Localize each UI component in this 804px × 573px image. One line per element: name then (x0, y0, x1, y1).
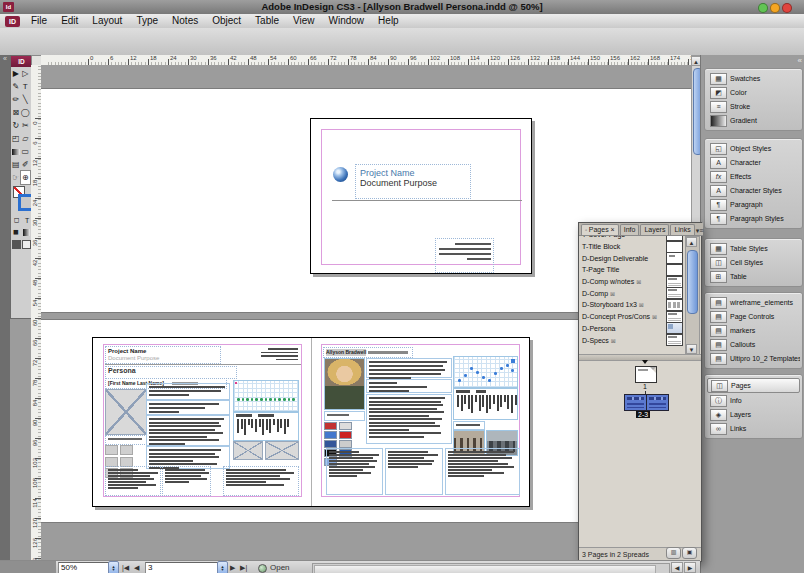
apply-gradient-icon[interactable] (23, 229, 30, 236)
line-tool[interactable]: ╲ (21, 93, 31, 106)
tab-info[interactable]: Info (620, 224, 640, 235)
master-page-row[interactable]: D-Comp w/notes⊠ (580, 276, 685, 288)
type-tool[interactable]: T (21, 80, 31, 93)
dock-item-stroke[interactable]: ≡Stroke (707, 100, 800, 113)
menu-layout[interactable]: Layout (85, 14, 129, 28)
persona-photo[interactable] (324, 358, 365, 410)
horizontal-scroll-thumb[interactable] (314, 565, 656, 573)
page-stepper[interactable]: ▲▼ (217, 561, 228, 573)
page2-dot-chart[interactable] (233, 380, 299, 412)
menu-edit[interactable]: Edit (54, 14, 85, 28)
new-page-button[interactable]: ▥ (666, 547, 681, 559)
menu-object[interactable]: Object (205, 14, 248, 28)
toolbox-header[interactable]: ID (11, 56, 32, 67)
dock-item-color[interactable]: ◩Color (707, 86, 800, 99)
panel-divider[interactable] (579, 354, 701, 361)
normal-view-mode-icon[interactable] (12, 240, 21, 249)
scroll-down-icon[interactable]: ▼ (686, 344, 697, 354)
expand-dock-icon[interactable]: « (798, 56, 802, 65)
dock-item-gradient[interactable]: Gradient (707, 114, 800, 127)
preview-mode-icon[interactable] (22, 240, 31, 249)
master-page-row[interactable]: D-Concept Pros/Cons⊠ (580, 311, 685, 323)
address-block-frame[interactable] (435, 238, 494, 273)
page3-footer-frame-2[interactable] (385, 448, 443, 495)
formatting-affects-container-icon[interactable]: ◻ (14, 216, 20, 224)
menu-help[interactable]: Help (371, 14, 406, 28)
page3-footer-frame-1[interactable] (326, 448, 383, 495)
menu-table[interactable]: Table (248, 14, 286, 28)
pencil-tool[interactable]: ✏ (11, 93, 21, 106)
button-tool[interactable]: ▭ (21, 145, 31, 158)
zoom-stepper[interactable]: ▲▼ (108, 561, 119, 573)
menu-type[interactable]: Type (129, 14, 165, 28)
page2-text-frame-3[interactable] (146, 415, 230, 446)
first-page-icon[interactable]: |◀ (122, 561, 129, 573)
page2-bar-chart[interactable] (233, 412, 299, 441)
dock-item-layers[interactable]: ◈Layers (707, 408, 800, 421)
page3-text-frame-1[interactable] (366, 358, 452, 378)
menu-file[interactable]: File (24, 14, 54, 28)
dock-item-table[interactable]: ⊞Table (707, 270, 800, 283)
masters-scroll-thumb[interactable] (687, 250, 698, 314)
dock-item-pages[interactable]: ◫Pages (707, 378, 800, 393)
pen-tool[interactable]: ✎ (11, 80, 21, 93)
tab-links[interactable]: Links (670, 224, 694, 235)
page-1-label[interactable]: 1 (635, 383, 655, 390)
gradient-tool[interactable] (11, 145, 21, 158)
dock-item-info[interactable]: ⓘInfo (707, 394, 800, 407)
page3-header-frame[interactable]: Allyson Bradwell (323, 347, 413, 358)
page3-text-frame-2[interactable] (366, 379, 452, 393)
dock-item-paragraph[interactable]: ¶Paragraph (707, 198, 800, 211)
logo-sphere[interactable] (333, 167, 348, 182)
page-1-thumbnail[interactable] (635, 366, 657, 383)
horizontal-scrollbar[interactable] (312, 563, 670, 573)
free-transform-tool[interactable]: ◰ (11, 132, 21, 145)
page2-image-placeholder[interactable] (105, 389, 147, 435)
eyedropper-tool[interactable]: ✐ (21, 158, 31, 171)
previous-page-icon[interactable]: ◀ (134, 561, 139, 573)
masters-scrollbar[interactable]: ▲ ▼ (685, 236, 700, 355)
dock-item-effects[interactable]: fxEffects (707, 170, 800, 183)
dock-item-callouts[interactable]: ▤Callouts (707, 338, 800, 351)
master-page-row[interactable]: D-Storyboard 1x3⊠ (580, 299, 685, 311)
dock-item-paragraph-styles[interactable]: ¶Paragraph Styles (707, 212, 800, 225)
tab-layers[interactable]: Layers (640, 224, 669, 235)
dock-item-cell-styles[interactable]: ◫Cell Styles (707, 256, 800, 269)
dock-item-page-controls[interactable]: ▤Page Controls (707, 310, 800, 323)
master-page-row[interactable]: D-Specs⊠ (580, 334, 685, 346)
hand-tool[interactable]: ☞ (11, 171, 21, 184)
page2-image-placeholder-2[interactable] (233, 441, 263, 460)
shape-tool[interactable]: ◯ (21, 106, 31, 119)
frame-tool[interactable]: ⊠ (11, 106, 21, 119)
dock-item-markers[interactable]: ▤markers (707, 324, 800, 337)
spread-2-3-label[interactable]: 2-3 (636, 411, 650, 418)
menu-notes[interactable]: Notes (165, 14, 205, 28)
page2-header-frame[interactable]: Project Name Document Purpose (105, 346, 221, 364)
last-page-icon[interactable]: ▶| (240, 561, 247, 573)
dock-item-swatches[interactable]: ▦Swatches (707, 72, 800, 85)
page3-bar-chart[interactable] (453, 388, 518, 420)
dock-item-object-styles[interactable]: ◱Object Styles (707, 142, 800, 155)
master-page-row[interactable]: D-Comp⊠ (580, 287, 685, 299)
menu-window[interactable]: Window (322, 14, 372, 28)
formatting-affects-text-icon[interactable]: T (25, 217, 29, 224)
rotate-tool[interactable]: ↻ (11, 119, 21, 132)
dock-item-ultipro-10-2-templates[interactable]: ▤Ultipro 10_2 Templates (707, 352, 800, 365)
title-block-frame[interactable]: Project Name Document Purpose (355, 164, 471, 199)
scale-tool[interactable]: ▱ (21, 132, 31, 145)
master-page-row[interactable]: D-Design Deliverable (580, 252, 685, 264)
note-tool[interactable]: ▤ (11, 158, 21, 171)
panel-menu-icon[interactable]: ▾≡ (696, 227, 706, 235)
page-3-thumbnail[interactable] (646, 394, 669, 411)
master-page-row[interactable]: D-Persona (580, 323, 685, 335)
page2-text-frame-1[interactable] (146, 383, 230, 400)
minimize-light-button[interactable] (758, 3, 768, 13)
scroll-right-icon[interactable]: ▶ (684, 562, 696, 573)
dock-item-table-styles[interactable]: ▦Table Styles (707, 242, 800, 255)
page2-footer-frame-3[interactable] (223, 466, 299, 496)
dock-item-wireframe-elements[interactable]: ▤wireframe_elements (707, 296, 800, 309)
left-dock-strip[interactable]: « (0, 55, 10, 560)
tab-pages[interactable]: Pages × (581, 224, 619, 235)
delete-page-button[interactable]: ▣ (682, 547, 697, 559)
page2-text-frame-2[interactable] (146, 400, 230, 415)
